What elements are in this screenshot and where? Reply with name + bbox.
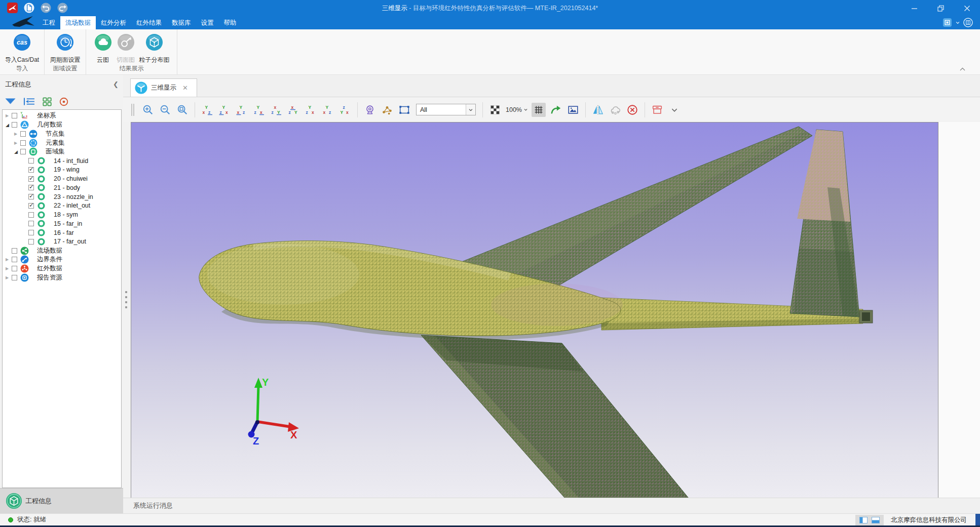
tree-item-checkbox[interactable] — [12, 248, 17, 254]
zoom-level-control[interactable]: 100% — [506, 106, 528, 113]
menu-item-6[interactable]: 设置 — [196, 16, 219, 29]
tree-expand-arrow[interactable]: ▶ — [13, 141, 20, 145]
redo-icon[interactable] — [57, 3, 68, 13]
opacity-checker-icon[interactable] — [488, 103, 502, 117]
tree-item[interactable]: 21 - body — [3, 183, 121, 192]
tree-item-checkbox[interactable] — [28, 176, 34, 182]
export-view-icon[interactable] — [549, 103, 563, 117]
tree-expand-arrow[interactable]: ◢ — [13, 149, 20, 154]
chevron-down-icon[interactable] — [667, 103, 682, 117]
tree-item[interactable]: 18 - sym — [3, 210, 121, 219]
tree-item[interactable]: 17 - far_out — [3, 237, 121, 247]
minimize-button[interactable] — [901, 0, 927, 16]
view-iso-back-icon[interactable]: Yxz — [321, 103, 335, 117]
tree-item-checkbox[interactable] — [12, 266, 17, 271]
tree-item[interactable]: 23 - nozzle_in — [3, 192, 121, 201]
grid-toggle-icon[interactable] — [532, 103, 546, 117]
view-iso-front-icon[interactable]: Yzx — [304, 103, 318, 117]
view-left-icon[interactable]: Yxz — [235, 103, 249, 117]
select-region-icon[interactable] — [397, 103, 411, 117]
tree-expand-arrow[interactable]: ▶ — [5, 113, 12, 118]
tree-item[interactable]: ▶边界条件 — [3, 255, 121, 264]
tree-item[interactable]: ◢面域集 — [3, 147, 121, 156]
tree-item-checkbox[interactable] — [20, 140, 26, 146]
ribbon-button-periodic-face[interactable]: 周期面设置 — [49, 32, 82, 64]
tree-item[interactable]: 20 - chuiwei — [3, 174, 121, 183]
tree-item[interactable]: 19 - wing — [3, 166, 121, 175]
clear-icon[interactable] — [625, 103, 639, 117]
3d-viewport-canvas[interactable]: Y X Z — [131, 122, 938, 499]
view-layout-icon[interactable] — [943, 18, 952, 27]
tree-item-checkbox[interactable] — [28, 221, 34, 226]
tree-expand-arrow[interactable]: ▶ — [13, 132, 20, 136]
tree-item[interactable]: 流场数据 — [3, 246, 121, 255]
tree-item-checkbox[interactable] — [28, 167, 34, 173]
snapshot-icon[interactable] — [566, 103, 580, 117]
tree-item[interactable]: 16 - far — [3, 228, 121, 237]
toggle-bottom-panel-icon[interactable] — [872, 517, 880, 523]
tree-item-checkbox[interactable] — [12, 257, 17, 262]
view-iso-top-icon[interactable]: zYx — [338, 103, 352, 117]
tree-item-checkbox[interactable] — [28, 194, 34, 199]
menu-item-5[interactable]: 数据库 — [167, 16, 196, 29]
tree-item[interactable]: ▶元素集 — [3, 138, 121, 147]
toggle-left-panel-icon[interactable] — [859, 517, 868, 523]
chevron-down-icon[interactable] — [466, 104, 475, 115]
tree-expand-arrow[interactable]: ▶ — [5, 275, 12, 280]
filter-funnel-icon[interactable] — [5, 97, 16, 106]
tree-item[interactable]: ▶Yzx坐标系 — [3, 111, 121, 120]
collapse-panel-icon[interactable]: ❮ — [113, 75, 119, 94]
undo-icon[interactable] — [41, 3, 51, 13]
tree-item-checkbox[interactable] — [12, 122, 17, 128]
tree-item-checkbox[interactable] — [28, 230, 34, 235]
tree-item[interactable]: 14 - int_fluid — [3, 156, 121, 166]
smooth-icon[interactable] — [608, 103, 622, 117]
particle-trace-icon[interactable] — [380, 103, 394, 117]
tab-3d-view[interactable]: 三维显示 ✕ — [130, 78, 197, 97]
tree-item[interactable]: 22 - inlet_out — [3, 201, 121, 211]
grid-view-icon[interactable] — [42, 97, 52, 107]
view-top-icon[interactable]: xzY — [269, 103, 283, 117]
ribbon-button-particle-distribution[interactable]: 粒子分布图 — [138, 32, 171, 64]
help-book-icon[interactable] — [963, 18, 973, 27]
tree-item[interactable]: ◢几何数据 — [3, 120, 121, 130]
view-back-icon[interactable]: Yzx — [217, 103, 232, 117]
tree-expand-arrow[interactable]: ▶ — [5, 266, 12, 271]
save-document-icon[interactable] — [24, 3, 34, 13]
zoom-fit-icon[interactable] — [175, 103, 190, 117]
toolbar-drag-handle[interactable] — [131, 104, 134, 116]
tree-item[interactable]: ▶节点集 — [3, 130, 121, 139]
view-front-icon[interactable]: Yxz — [200, 103, 214, 117]
tree-expand-arrow[interactable]: ◢ — [5, 123, 12, 128]
tree-expand-arrow[interactable]: ▶ — [5, 257, 12, 262]
tree-item[interactable]: ▶红外数据 — [3, 264, 121, 273]
display-filter-select[interactable]: All — [416, 104, 476, 115]
tree-item-checkbox[interactable] — [20, 149, 26, 154]
ribbon-button-cloud-contour[interactable]: 云图 — [92, 32, 114, 64]
collapse-list-icon[interactable] — [23, 97, 35, 106]
tree-item-checkbox[interactable] — [28, 239, 34, 245]
menu-item-7[interactable]: 帮助 — [219, 16, 242, 29]
close-button[interactable] — [954, 0, 980, 16]
close-tab-icon[interactable]: ✕ — [182, 84, 188, 92]
tree-item-checkbox[interactable] — [20, 131, 26, 137]
tree-item[interactable]: ▶报告资源 — [3, 273, 121, 282]
tree-item[interactable]: 15 - far_in — [3, 219, 121, 228]
view-bottom-icon[interactable]: xzY — [286, 103, 300, 117]
menu-item-1[interactable]: 工程 — [37, 16, 60, 29]
tree-item-checkbox[interactable] — [28, 212, 34, 218]
tree-item-checkbox[interactable] — [12, 275, 17, 280]
view-right-icon[interactable]: Yzx — [252, 103, 266, 117]
menu-item-2[interactable]: 流场数据 — [60, 16, 96, 29]
probe-icon[interactable] — [363, 103, 377, 117]
tree-item-checkbox[interactable] — [28, 203, 34, 209]
mirror-icon[interactable] — [591, 103, 605, 117]
menu-item-4[interactable]: 红外结果 — [131, 16, 167, 29]
tree-item-checkbox[interactable] — [28, 185, 34, 190]
panel-splitter[interactable] — [125, 291, 128, 308]
save-scene-icon[interactable] — [650, 103, 664, 117]
tree-item-checkbox[interactable] — [12, 113, 17, 118]
panel-footer[interactable]: 工程信息 — [0, 488, 123, 513]
restore-button[interactable] — [927, 0, 954, 16]
locate-target-icon[interactable] — [59, 97, 69, 107]
